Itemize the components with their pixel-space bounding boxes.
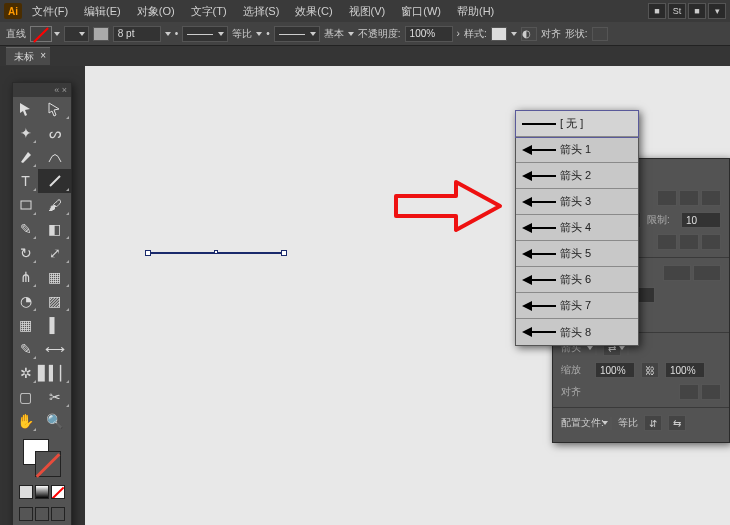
- stroke-profile[interactable]: [182, 26, 228, 42]
- align-inside[interactable]: [679, 234, 699, 250]
- arrowhead-option-3[interactable]: 箭头 3: [516, 189, 638, 215]
- arrowhead-option-2[interactable]: 箭头 2: [516, 163, 638, 189]
- menu-select[interactable]: 选择(S): [237, 2, 286, 21]
- arrow-align-tip[interactable]: [679, 384, 699, 400]
- arrow-align-end[interactable]: [701, 384, 721, 400]
- zoom-tool[interactable]: 🔍: [38, 409, 71, 433]
- profile-value: 等比: [618, 416, 638, 430]
- menu-help[interactable]: 帮助(H): [451, 2, 500, 21]
- pen-tool[interactable]: [13, 145, 38, 169]
- arrowhead-option-5[interactable]: 箭头 5: [516, 241, 638, 267]
- arrowhead-option-none[interactable]: [ 无 ]: [516, 111, 638, 137]
- drawmode-behind[interactable]: [35, 507, 49, 521]
- arrowhead-6-icon: [516, 274, 560, 286]
- cap-butt[interactable]: [657, 190, 677, 206]
- uniform-label: 等比: [232, 27, 252, 41]
- align-outside[interactable]: [701, 234, 721, 250]
- recolor-icon[interactable]: ◐: [521, 27, 537, 41]
- draw-none[interactable]: [51, 485, 65, 499]
- magic-wand-tool[interactable]: ✦: [13, 121, 38, 145]
- cap-round[interactable]: [679, 190, 699, 206]
- rotate-tool[interactable]: ↻: [13, 241, 38, 265]
- menu-window[interactable]: 窗口(W): [395, 2, 447, 21]
- style-drop-icon[interactable]: [511, 32, 517, 36]
- arrowhead-option-4[interactable]: 箭头 4: [516, 215, 638, 241]
- menubar-right-0[interactable]: ■: [648, 3, 666, 19]
- arrowhead-none-icon: [516, 118, 560, 130]
- link-icon[interactable]: [93, 27, 109, 41]
- selected-line[interactable]: [148, 252, 284, 254]
- arrow-scale-end[interactable]: 100%: [665, 362, 705, 378]
- stroke-color-drop[interactable]: [64, 26, 89, 42]
- toolbox-header[interactable]: « ×: [13, 83, 71, 97]
- drawmode-normal[interactable]: [19, 507, 33, 521]
- menu-type[interactable]: 文字(T): [185, 2, 233, 21]
- free-transform-tool[interactable]: ▦: [38, 265, 71, 289]
- curvature-tool[interactable]: [38, 145, 71, 169]
- mesh-tool[interactable]: ▦: [13, 313, 38, 337]
- menu-object[interactable]: 对象(O): [131, 2, 181, 21]
- width-tool[interactable]: ⋔: [13, 265, 38, 289]
- stroke-size-drop-icon[interactable]: [165, 32, 171, 36]
- stroke-color[interactable]: [35, 451, 61, 477]
- eyedropper-tool[interactable]: ✎: [13, 337, 38, 361]
- align-button[interactable]: 对齐: [541, 27, 561, 41]
- fill-swatch[interactable]: [30, 26, 52, 42]
- arrowhead-option-8[interactable]: 箭头 8: [516, 319, 638, 345]
- fill-dropdown-icon[interactable]: [54, 32, 60, 36]
- drawmode-inside[interactable]: [51, 507, 65, 521]
- graph-tool[interactable]: ▋▍▏: [38, 361, 71, 385]
- menu-file[interactable]: 文件(F): [26, 2, 74, 21]
- arrow-scale-start[interactable]: 100%: [595, 362, 635, 378]
- link-scale[interactable]: ⛓: [641, 362, 659, 378]
- menubar-right-2[interactable]: ■: [688, 3, 706, 19]
- gradient-tool[interactable]: ▌: [38, 313, 71, 337]
- miter-limit-input[interactable]: 10: [681, 212, 721, 228]
- brush-drop-icon[interactable]: [348, 32, 354, 36]
- shaper-tool[interactable]: ✎: [13, 217, 38, 241]
- dash-align[interactable]: [693, 265, 721, 281]
- scale-tool[interactable]: ⤢: [38, 241, 71, 265]
- draw-normal[interactable]: [19, 485, 33, 499]
- hand-tool[interactable]: ✋: [13, 409, 38, 433]
- eraser-tool[interactable]: ◧: [38, 217, 71, 241]
- paintbrush-tool[interactable]: 🖌: [38, 193, 71, 217]
- rectangle-tool[interactable]: [13, 193, 38, 217]
- style-swatch[interactable]: [491, 27, 507, 41]
- symbol-sprayer-tool[interactable]: ✲: [13, 361, 38, 385]
- arrowhead-option-7[interactable]: 箭头 7: [516, 293, 638, 319]
- menu-view[interactable]: 视图(V): [343, 2, 392, 21]
- arrowhead-option-1[interactable]: 箭头 1: [516, 137, 638, 163]
- shape-button[interactable]: 形状:: [565, 27, 588, 41]
- perspective-tool[interactable]: ▨: [38, 289, 71, 313]
- collapse-icon[interactable]: « ×: [54, 85, 67, 95]
- blend-tool[interactable]: ⟷: [38, 337, 71, 361]
- type-tool[interactable]: T: [13, 169, 38, 193]
- brush-definition[interactable]: [274, 26, 320, 42]
- align-center[interactable]: [657, 234, 677, 250]
- cap-square[interactable]: [701, 190, 721, 206]
- uniform-drop-icon[interactable]: [256, 32, 262, 36]
- slice-tool[interactable]: ✂: [38, 385, 71, 409]
- arrowhead-option-6[interactable]: 箭头 6: [516, 267, 638, 293]
- line-segment-tool[interactable]: [38, 169, 71, 193]
- direct-select-tool[interactable]: [38, 97, 71, 121]
- selection-tool[interactable]: [13, 97, 38, 121]
- profile-drop[interactable]: [610, 418, 612, 429]
- fill-stroke-control[interactable]: [13, 433, 71, 481]
- menu-edit[interactable]: 编辑(E): [78, 2, 127, 21]
- dash-preserve[interactable]: [663, 265, 691, 281]
- artboard-tool[interactable]: ▢: [13, 385, 38, 409]
- flip-along[interactable]: ⇵: [644, 415, 662, 431]
- stroke-size-input[interactable]: 8 pt: [113, 26, 161, 42]
- shape-builder-tool[interactable]: ◔: [13, 289, 38, 313]
- flip-across[interactable]: ⇆: [668, 415, 686, 431]
- transform-icon[interactable]: [592, 27, 608, 41]
- opacity-input[interactable]: 100%: [405, 26, 453, 42]
- lasso-tool[interactable]: ᔕ: [38, 121, 71, 145]
- menubar-right-1[interactable]: St: [668, 3, 686, 19]
- menubar-right-3[interactable]: ▾: [708, 3, 726, 19]
- draw-gradient[interactable]: [35, 485, 49, 499]
- menu-effect[interactable]: 效果(C): [289, 2, 338, 21]
- document-tab[interactable]: 未标: [6, 47, 50, 65]
